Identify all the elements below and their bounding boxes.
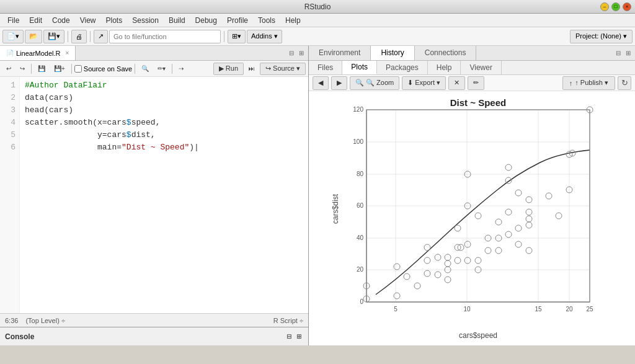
refresh-button[interactable]: ↻ [618,76,631,90]
source-on-save-label[interactable]: Source on Save [74,65,132,73]
line-number-3: 3 [0,104,19,117]
project-button[interactable]: Project: (None) ▾ [570,30,633,43]
tab-environment[interactable]: Environment [309,46,371,60]
editor-collapse-button[interactable]: ⊟ [287,49,296,58]
undo-button[interactable]: ↩ [2,63,15,75]
new-file-button[interactable]: 📄▾ [2,30,24,43]
code-content[interactable]: #Author DataFlair data(cars) head(cars) … [20,77,308,313]
minimize-button[interactable]: – [600,2,609,11]
line-number-1: 1 [0,79,19,92]
tab-packages[interactable]: Packages [377,61,428,75]
plot-area: Dist ~ Speed cars$dist cars$speed 0 20 4… [309,91,635,345]
svg-text:40: 40 [357,234,364,241]
svg-text:20: 20 [357,266,364,273]
menu-edit[interactable]: Edit [24,15,47,26]
editor-toolbar: ↩ ↪ 💾 💾+ Source on Save 🔍 ✏▾ ⇢ ▶ Run ⏭ ↪… [0,61,308,77]
code-line-6: main="Dist ~ Speed")| [25,143,199,152]
menu-code[interactable]: Code [47,15,75,26]
source-on-save-checkbox[interactable] [74,65,82,73]
script-type: R Script ÷ [273,317,303,324]
tab-plots[interactable]: Plots [342,61,377,75]
svg-text:0: 0 [360,298,363,305]
line-number-4: 4 [0,117,19,129]
console-expand-button[interactable]: ⊞ [295,332,303,341]
right-panel: Environment History Connections ⊟ ⊞ File… [309,46,635,345]
svg-text:120: 120 [353,106,363,113]
tab-close-icon[interactable]: × [66,50,69,56]
svg-text:cars$dist: cars$dist [331,193,340,224]
console-collapse-button[interactable]: ⊟ [285,332,293,341]
close-button[interactable]: × [623,2,631,11]
editor-tab-controls: ⊟ ⊞ [287,46,308,60]
tab-files[interactable]: Files [309,61,342,75]
editor-panel: 📄 LinearModel.R × ⊟ ⊞ ↩ ↪ 💾 💾+ Source on… [0,46,309,345]
go-to-line-button[interactable]: ⇢ [175,63,187,75]
menu-build[interactable]: Build [164,15,190,26]
file-icon: 📄 [6,50,14,56]
svg-text:20: 20 [566,306,573,313]
console-controls: ⊟ ⊞ [285,332,303,341]
print-button[interactable]: 🖨 [71,30,87,43]
tab-help[interactable]: Help [428,61,461,75]
svg-text:80: 80 [357,171,364,177]
plot-back-button[interactable]: ◀ [313,76,329,90]
menu-debug[interactable]: Debug [190,15,222,26]
open-file-button[interactable]: 📂 [25,30,42,43]
search-button[interactable]: 🔍 [138,63,153,75]
app-title: RStudio [304,2,331,11]
menu-profile[interactable]: Profile [222,15,253,26]
run-button[interactable]: ▶ Run [213,63,244,75]
zoom-button[interactable]: 🔍 🔍 Zoom [350,76,399,90]
go-to-button[interactable]: ↗ [94,30,108,43]
export-label: Export ▾ [415,79,440,87]
plot-toolbar-right: ↑ ↑ Publish ▾ ↻ [562,76,631,90]
save-all-button[interactable]: 💾+ [50,63,69,75]
context-indicator: (Top Level) ÷ [25,317,65,324]
line-numbers: 1 2 3 4 5 6 [0,77,20,313]
code-area[interactable]: 1 2 3 4 5 6 #Author DataFlair data(cars)… [0,77,308,313]
toolbar-separator-1 [68,31,68,42]
menu-session[interactable]: Session [127,15,164,26]
svg-text:10: 10 [463,306,471,313]
editor-expand-button[interactable]: ⊞ [297,49,306,58]
svg-text:60: 60 [357,202,364,209]
menu-help[interactable]: Help [280,15,306,26]
maximize-button[interactable]: □ [611,2,620,11]
svg-text:15: 15 [535,306,542,313]
brush-button[interactable]: ✏ [468,76,484,90]
menu-tools[interactable]: Tools [253,15,280,26]
editor-tab-linearmodel[interactable]: 📄 LinearModel.R × [0,46,76,60]
title-bar: RStudio – □ × [0,0,635,14]
plot-forward-button[interactable]: ▶ [331,76,347,90]
run-next-button[interactable]: ⏭ [245,63,259,75]
go-to-input[interactable] [109,30,221,43]
layout-button[interactable]: ⊞▾ [228,30,246,43]
right-second-tabs: Files Plots Packages Help Viewer [309,61,635,76]
line-number-6: 6 [0,141,19,154]
redo-button[interactable]: ↪ [16,63,29,75]
tab-connections[interactable]: Connections [415,46,477,60]
menu-file[interactable]: File [2,15,24,26]
export-button[interactable]: ⬇ Export ▾ [402,76,446,90]
tab-history[interactable]: History [371,46,414,60]
delete-plot-button[interactable]: ✕ [448,76,465,90]
publish-button[interactable]: ↑ ↑ Publish ▾ [562,76,615,90]
menu-view[interactable]: View [75,15,101,26]
save-button[interactable]: 💾▾ [43,30,64,43]
ed-separator-2 [71,64,72,74]
line-number-5: 5 [0,129,19,141]
save-file-button[interactable]: 💾 [34,63,49,75]
cursor-position: 6:36 [5,317,18,324]
svg-text:cars$speed: cars$speed [459,331,497,339]
right-collapse-button[interactable]: ⊟ [614,48,623,57]
source-button[interactable]: ↪ Source ▾ [260,63,306,75]
tab-viewer[interactable]: Viewer [461,61,501,75]
svg-text:5: 5 [394,306,397,313]
zoom-label: 🔍 Zoom [366,79,394,87]
right-expand-button[interactable]: ⊞ [624,48,633,57]
menu-plots[interactable]: Plots [101,15,128,26]
addins-button[interactable]: Addins ▾ [247,30,282,43]
find-button[interactable]: ✏▾ [154,63,169,75]
toolbar-separator-3 [224,31,224,42]
editor-tabs: 📄 LinearModel.R × ⊟ ⊞ [0,46,308,61]
